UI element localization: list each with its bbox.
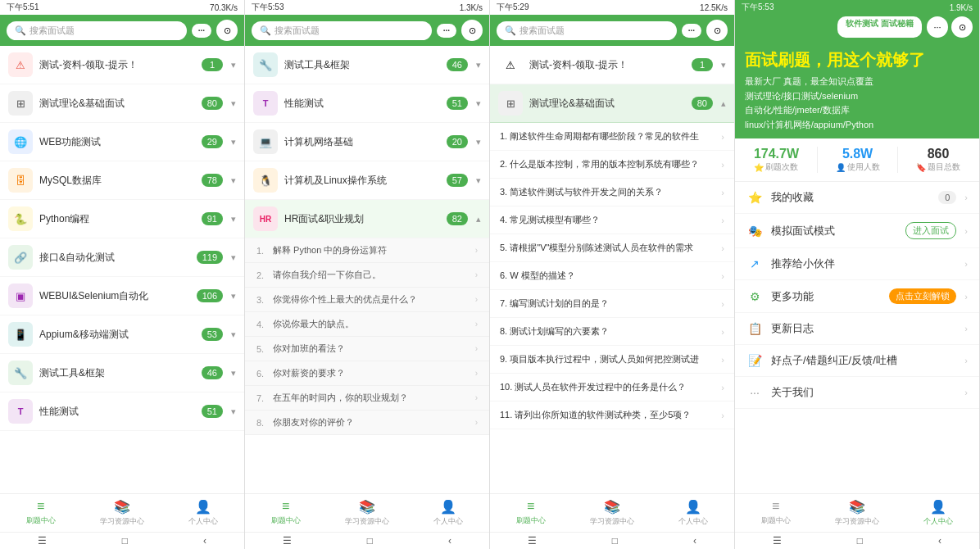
list-item-1-4[interactable]: HR HR面试&职业规划 82 ▴ <box>245 200 489 238</box>
list-item-1-0[interactable]: 🔧 测试工具&框架 46 ▾ <box>245 46 489 84</box>
submenu-item-7[interactable]: 8. 你朋友对你的评价？ › <box>245 411 489 435</box>
search-input-3[interactable]: 🔍 搜索面试题 <box>497 21 677 40</box>
ad-status-bar-wrapper: 下午5:53 1.9K/s 软件测试 面试秘籍 ··· ⊙ <box>735 0 979 41</box>
sys-menu-4[interactable]: ☰ <box>773 535 782 547</box>
nav-个人-4[interactable]: 👤 个人中心 <box>898 497 979 529</box>
menu-row-2[interactable]: ↗ 推荐给小伙伴 › <box>735 248 979 280</box>
search-input-2[interactable]: 🔍 搜索面试题 <box>252 21 432 40</box>
submenu-item-6[interactable]: 7. 在五年的时间内，你的职业规划？ › <box>245 386 489 411</box>
nav-刷题中心-1[interactable]: ≡ 刷题中心 <box>0 497 81 529</box>
menu-row-6[interactable]: ··· 关于我们 › <box>735 377 979 409</box>
submenu-item-2[interactable]: 3. 你觉得你个性上最大的优点是什么？ › <box>245 288 489 312</box>
list-item-0-6[interactable]: ▣ WEBUI&Selenium自动化 106 ▾ <box>0 277 244 315</box>
submenu-item-0[interactable]: 1. 解释 Python 中的身份运算符 › <box>245 238 489 263</box>
item-icon-0-8: 🔧 <box>8 361 33 385</box>
search-placeholder-2: 搜索面试题 <box>274 25 320 37</box>
sys-home-1[interactable]: □ <box>122 535 128 547</box>
q-item-8[interactable]: 9. 项目版本执行过程中，测试人员如何把控测试进 › <box>490 346 734 374</box>
q-item-1[interactable]: 2. 什么是版本控制，常用的版本控制系统有哪些？ › <box>490 151 734 179</box>
sys-menu-3[interactable]: ☰ <box>528 535 537 547</box>
item-icon-0-7: 📱 <box>8 322 33 347</box>
dots-btn-3[interactable]: ··· <box>682 24 701 38</box>
submenu-item-5[interactable]: 6. 你对薪资的要求？ › <box>245 361 489 386</box>
system-bar-3: ☰ □ ‹ <box>490 532 734 549</box>
item-badge-1-1: 51 <box>447 97 468 110</box>
q-item-6[interactable]: 7. 编写测试计划的目的是？ › <box>490 290 734 318</box>
q-item-7[interactable]: 8. 测试计划编写的六要素？ › <box>490 318 734 346</box>
submenu-item-4[interactable]: 5. 你对加班的看法？ › <box>245 337 489 361</box>
menu-label-2: 推荐给小伙伴 <box>771 256 956 271</box>
q-item-3[interactable]: 4. 常见测试模型有哪些？ › <box>490 206 734 234</box>
menu-row-5[interactable]: 📝 好点子/错题纠正/反馈/吐槽 › <box>735 345 979 377</box>
list-item-0-4[interactable]: 🐍 Python编程 91 ▾ <box>0 200 244 238</box>
list-item-0-1[interactable]: ⊞ 测试理论&基础面试 80 ▾ <box>0 84 244 123</box>
item-badge-1-4: 82 <box>447 212 468 225</box>
list-item-0-2[interactable]: 🌐 WEB功能测试 29 ▾ <box>0 123 244 161</box>
sys-home-4[interactable]: □ <box>857 535 863 547</box>
nav-个人-3[interactable]: 👤 个人中心 <box>653 497 734 529</box>
qr-btn-3[interactable]: ⊙ <box>706 20 728 41</box>
sys-home-3[interactable]: □ <box>612 535 618 547</box>
list-item-1-2[interactable]: 💻 计算机网络基础 20 ▾ <box>245 123 489 161</box>
nav-刷题中心-3[interactable]: ≡ 刷题中心 <box>490 497 571 529</box>
list-item-1-1[interactable]: T 性能测试 51 ▾ <box>245 84 489 123</box>
item-title-0-8: 测试工具&框架 <box>39 366 195 380</box>
menu-row-0[interactable]: ⭐ 我的收藏 0 › <box>735 182 979 214</box>
expanded-header-3[interactable]: ⊞ 测试理论&基础面试 80 ▴ <box>490 84 734 123</box>
sys-back-2[interactable]: ‹ <box>448 535 451 547</box>
dots-btn-2[interactable]: ··· <box>437 24 456 38</box>
q-item-0[interactable]: 1. 阐述软件生命周期都有哪些阶段？常见的软件生 › <box>490 123 734 151</box>
stat-2: 860 🔖题目总数 <box>916 147 960 173</box>
menu-row-3[interactable]: ⚙ 更多功能 点击立刻解锁 › <box>735 280 979 313</box>
q-item-5[interactable]: 6. W 模型的描述？ › <box>490 262 734 290</box>
q-item-2[interactable]: 3. 简述软件测试与软件开发之间的关系？ › <box>490 179 734 206</box>
list-item-1-3[interactable]: 🐧 计算机及Linux操作系统 57 ▾ <box>245 161 489 200</box>
q-item-4[interactable]: 5. 请根据"V"模型分别陈述测试人员在软件的需求 › <box>490 234 734 262</box>
dots-btn-4[interactable]: ··· <box>927 16 948 38</box>
item-badge-0-8: 46 <box>202 366 223 379</box>
qr-btn-2[interactable]: ⊙ <box>461 20 483 41</box>
nav-个人-2[interactable]: 👤 个人中心 <box>408 497 489 529</box>
item-chevron-0-5: ▾ <box>231 252 236 263</box>
sys-menu-1[interactable]: ☰ <box>38 535 47 547</box>
list-item-2-top[interactable]: ⚠ 测试-资料-领取-提示！ 1 ▾ <box>490 46 734 84</box>
qr-btn-1[interactable]: ⊙ <box>216 20 238 41</box>
menu-label-1: 模拟面试模式 <box>771 224 897 238</box>
sys-menu-2[interactable]: ☰ <box>283 535 292 547</box>
sys-back-1[interactable]: ‹ <box>203 535 206 547</box>
menu-badge-1: 进入面试 <box>905 222 956 239</box>
qr-btn-4[interactable]: ⊙ <box>951 16 973 38</box>
nav-学习-4[interactable]: 📚 学习资源中心 <box>816 497 897 529</box>
search-input-1[interactable]: 🔍 搜索面试题 <box>7 21 187 40</box>
search-placeholder-1: 搜索面试题 <box>29 25 75 37</box>
list-item-0-3[interactable]: 🗄 MySQL数据库 78 ▾ <box>0 161 244 200</box>
status-bar-2: 下午5:53 1.3K/s <box>245 0 489 15</box>
dots-btn-1[interactable]: ··· <box>192 24 211 38</box>
sys-home-2[interactable]: □ <box>367 535 373 547</box>
list-item-0-7[interactable]: 📱 Appium&移动端测试 53 ▾ <box>0 315 244 354</box>
ad-header-row: 软件测试 面试秘籍 ··· ⊙ <box>735 15 979 41</box>
item-badge-0-6: 106 <box>197 289 223 302</box>
nav-刷题中心-2[interactable]: ≡ 刷题中心 <box>245 497 326 529</box>
nav-学习-1[interactable]: 📚 学习资源中心 <box>81 497 162 529</box>
sys-back-3[interactable]: ‹ <box>693 535 696 547</box>
q-item-10[interactable]: 11. 请列出你所知道的软件测试种类，至少5项？ › <box>490 402 734 429</box>
menu-row-1[interactable]: 🎭 模拟面试模式 进入面试 › <box>735 214 979 248</box>
list-item-0-8[interactable]: 🔧 测试工具&框架 46 ▾ <box>0 354 244 392</box>
item-title-0-4: Python编程 <box>39 212 195 226</box>
signal-3: 12.5K/s <box>700 3 728 12</box>
list-item-0-5[interactable]: 🔗 接口&自动化测试 119 ▾ <box>0 238 244 277</box>
submenu-item-1[interactable]: 2. 请你自我介绍一下你自己。 › <box>245 263 489 288</box>
nav-学习-3[interactable]: 📚 学习资源中心 <box>571 497 652 529</box>
submenu-item-3[interactable]: 4. 你说你最大的缺点。 › <box>245 312 489 337</box>
list-item-0-0[interactable]: ⚠ 测试-资料-领取-提示！ 1 ▾ <box>0 46 244 84</box>
q-item-9[interactable]: 10. 测试人员在软件开发过程中的任务是什么？ › <box>490 374 734 402</box>
item-title-0-0: 测试-资料-领取-提示！ <box>39 58 195 72</box>
nav-学习-2[interactable]: 📚 学习资源中心 <box>326 497 407 529</box>
list-item-0-9[interactable]: T 性能测试 51 ▾ <box>0 392 244 431</box>
nav-刷题中心-4[interactable]: ≡ 刷题中心 <box>735 497 816 529</box>
nav-label-刷题-3: 刷题中心 <box>516 515 546 526</box>
sys-back-4[interactable]: ‹ <box>938 535 941 547</box>
nav-个人-1[interactable]: 👤 个人中心 <box>163 497 244 529</box>
menu-row-4[interactable]: 📋 更新日志 › <box>735 313 979 345</box>
